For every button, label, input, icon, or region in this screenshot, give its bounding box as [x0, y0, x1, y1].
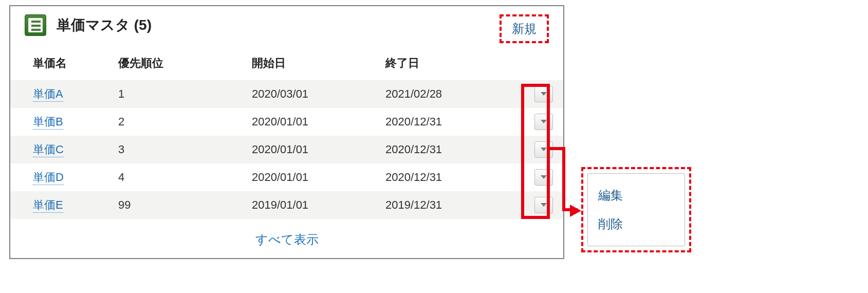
panel-footer: すべて表示	[10, 219, 563, 258]
price-name-link[interactable]: 単価D	[33, 171, 64, 185]
start-cell: 2020/01/01	[247, 108, 380, 136]
chevron-down-icon	[540, 175, 547, 180]
table-row: 単価D 4 2020/01/01 2020/12/31	[10, 163, 563, 191]
col-header-end: 終了日	[380, 46, 529, 80]
end-cell: 2019/12/31	[380, 191, 529, 219]
delete-menu-item[interactable]: 削除	[598, 210, 674, 239]
col-header-name: 単価名	[10, 46, 113, 80]
table-header-row: 単価名 優先順位 開始日 終了日	[10, 46, 563, 80]
row-menu-button[interactable]	[534, 169, 553, 186]
table-row: 単価E 99 2019/01/01 2019/12/31	[10, 191, 563, 219]
chevron-down-icon	[540, 147, 547, 152]
table-row: 単価A 1 2020/03/01 2021/02/28	[10, 80, 563, 108]
col-header-start: 開始日	[247, 46, 380, 80]
priority-cell: 4	[113, 163, 247, 191]
list-icon	[25, 14, 46, 36]
row-context-menu: 編集 削除	[587, 173, 685, 246]
end-cell: 2020/12/31	[380, 136, 529, 163]
start-cell: 2020/01/01	[247, 163, 380, 191]
chevron-down-icon	[540, 91, 547, 97]
row-menu-button[interactable]	[534, 114, 553, 130]
price-name-link[interactable]: 単価C	[33, 143, 64, 157]
price-table: 単価名 優先順位 開始日 終了日 単価A 1 2020/03/01 2021/0…	[10, 46, 563, 219]
start-cell: 2020/03/01	[247, 80, 380, 108]
priority-cell: 99	[113, 191, 247, 219]
start-cell: 2019/01/01	[247, 191, 380, 219]
chevron-down-icon	[540, 203, 547, 208]
popup-highlight: 編集 削除	[581, 167, 691, 252]
row-menu-button[interactable]	[534, 197, 553, 213]
priority-cell: 1	[113, 80, 247, 108]
show-all-link[interactable]: すべて表示	[255, 232, 319, 246]
end-cell: 2020/12/31	[380, 163, 529, 191]
panel-title: 単価マスタ (5)	[57, 15, 152, 35]
col-header-priority: 優先順位	[113, 46, 247, 80]
col-header-actions	[529, 46, 563, 80]
edit-menu-item[interactable]: 編集	[598, 181, 674, 210]
table-row: 単価B 2 2020/01/01 2020/12/31	[10, 108, 563, 136]
price-name-link[interactable]: 単価E	[33, 198, 63, 213]
new-button-highlight: 新規	[500, 14, 549, 43]
chevron-down-icon	[540, 119, 547, 124]
end-cell: 2020/12/31	[380, 108, 529, 136]
price-name-link[interactable]: 単価A	[33, 87, 63, 102]
row-menu-button[interactable]	[534, 141, 553, 158]
price-master-panel: 単価マスタ (5) 新規 単価名 優先順位 開始日 終了日 単価A 1 2020…	[9, 5, 564, 259]
row-menu-button[interactable]	[534, 86, 553, 102]
arrow-head-icon	[570, 205, 581, 217]
panel-header: 単価マスタ (5) 新規	[10, 6, 563, 46]
price-name-link[interactable]: 単価B	[33, 115, 63, 130]
priority-cell: 2	[113, 108, 247, 136]
end-cell: 2021/02/28	[380, 80, 529, 108]
new-button[interactable]: 新規	[512, 22, 537, 35]
start-cell: 2020/01/01	[247, 136, 380, 163]
priority-cell: 3	[113, 136, 247, 163]
table-row: 単価C 3 2020/01/01 2020/12/31	[10, 136, 563, 163]
